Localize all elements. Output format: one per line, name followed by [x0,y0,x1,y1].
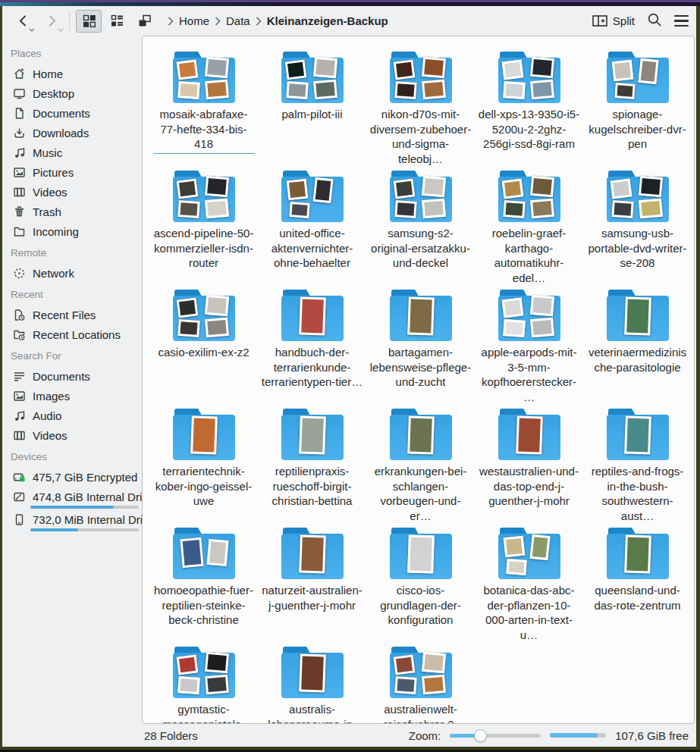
tree-view-button[interactable] [132,10,158,33]
folder-preview-icon [606,171,670,222]
image-icon [13,390,26,403]
folder-item[interactable]: apple-earpods-mit-3-5-mm-kopfhoerersteck… [475,285,583,404]
photo-thumbnail [394,200,416,218]
zoom-slider-handle[interactable] [474,729,487,742]
folder-item[interactable]: cisco-ios-grundlagen-der-konfiguration [366,523,475,642]
photo-thumbnail [407,296,435,335]
folder-name: spionage-kugelschreiber-dvr-pen [587,107,689,152]
folder-item[interactable]: reptilienpraxis-rueschoff-birgit-christi… [258,404,366,523]
folder-item[interactable]: botanica-das-abc-der-pflanzen-10-000-art… [475,523,583,642]
folder-item[interactable]: terrarientechnik-kober-ingo-geissel-uwe [149,404,258,523]
sidebar-item-documents[interactable]: Documents [2,103,142,123]
photo-thumbnail [506,559,526,575]
folder-item[interactable]: bartagamen-lebensweise-pflege-und-zucht [366,285,475,404]
folder-item[interactable]: dell-xps-13-9350-i5-5200u-2-2ghz-256gi-s… [475,47,583,166]
back-dropdown-caret[interactable] [29,28,35,32]
folder-preview-icon [389,171,453,222]
folder-item[interactable]: homoeopathie-fuer-reptilien-steinke-beck… [149,523,258,642]
photo-thumbnail [614,83,635,99]
split-button[interactable]: Split [592,14,635,27]
details-view-button[interactable] [104,10,130,33]
folder-preview-icon [281,647,344,698]
breadcrumb-current-folder[interactable]: Kleinanzeigen-Backup [267,14,388,27]
folder-item[interactable]: ascend-pipeline-50-kommerzieller-isdn-ro… [149,166,258,285]
hamburger-menu-button[interactable] [674,15,689,27]
sidebar-item-music[interactable]: Music [2,143,142,162]
folder-item[interactable]: naturzeit-australien-j-guenther-j-mohr [258,523,366,642]
folder-item[interactable]: united-office-aktenvernichter-ohne-behae… [258,166,366,285]
photo-thumbnail [176,655,198,675]
sidebar-item-videos[interactable]: Videos [2,425,142,445]
sidebar-item-videos[interactable]: Videos [2,182,142,202]
photo-thumbnail [313,80,337,100]
folder-item[interactable]: reptiles-and-frogs-in-the-bush-southwest… [583,404,692,523]
free-space: 107,6 GiB free [615,729,689,742]
sidebar-item-audio[interactable]: Audio [2,406,142,425]
sidebar-item-desktop[interactable]: Desktop [2,83,142,103]
folder-item[interactable]: erkrankungen-bei-schlangen-vorbeugen-und… [366,404,475,523]
folder-item[interactable]: mosaik-abrafaxe-77-hefte-334-bis-418 [149,47,258,166]
folder-item[interactable]: australienwelt-reisefuehrer-3-buecher-de… [366,642,475,724]
back-button[interactable] [13,11,33,31]
sidebar-item-trash[interactable]: Trash [2,202,142,221]
folder-item[interactable]: samsung-usb-portable-dvd-writer-se-208 [583,166,692,285]
sidebar-item-downloads[interactable]: Downloads [2,123,142,143]
photo-thumbnail [299,534,326,573]
folder-preview-icon [606,409,670,460]
sidebar-item-label: Network [33,267,74,280]
sidebar-item-pictures[interactable]: Pictures [2,162,142,182]
photo-thumbnail [394,676,416,694]
icons-view-button[interactable] [76,10,102,33]
sidebar-item-incoming[interactable]: Incoming [2,221,142,241]
search-button[interactable] [647,12,662,30]
forward-button[interactable] [42,11,61,31]
photo-thumbnail [312,177,333,203]
sidebar-item-recent-locations[interactable]: Recent Locations [2,324,142,344]
folder-preview-icon [498,528,561,579]
folder-name: samsung-s2-original-ersatzakku-und-decke… [370,226,472,271]
zoom-slider[interactable] [450,729,541,741]
folder-preview-icon [172,52,236,103]
phone-icon [13,513,26,526]
folder-item[interactable]: westaustralien-und-das-top-end-j-guenthe… [475,404,583,523]
folder-item[interactable]: queensland-und-das-rote-zentrum [583,523,692,642]
photo-thumbnail [393,655,415,675]
sidebar-item-documents[interactable]: Documents [2,366,142,386]
folder-name: samsung-usb-portable-dvd-writer-se-208 [587,226,689,271]
film-icon [13,429,26,442]
photo-thumbnail [312,57,337,79]
home-icon [13,67,26,80]
photo-thumbnail [501,298,523,318]
folder-item[interactable]: nikon-d70s-mit-diversem-zubehoer-und-sig… [366,47,475,166]
breadcrumb-home[interactable]: Home [179,14,209,27]
breadcrumb-data[interactable]: Data [226,14,250,27]
photo-thumbnail [611,200,633,218]
photo-thumbnail [529,176,554,198]
sidebar-item-images[interactable]: Images [2,386,142,406]
sidebar-item-recent-files[interactable]: Recent Files [2,305,142,324]
folder-item[interactable]: palm-pilot-iii [258,47,366,166]
sidebar-item-home[interactable]: Home [2,64,142,83]
folder-item[interactable]: australis-lebensraeume-in-australien [258,642,366,724]
sidebar-item-732-0-mib-internal-dri[interactable]: 732,0 MiB Internal Dri… [2,509,142,532]
photo-thumbnail [503,81,525,99]
folder-preview-icon [281,52,344,103]
photo-thumbnail [503,319,525,337]
sidebar-item-474-8-gib-internal-dri[interactable]: 474,8 GiB Internal Dri… [2,487,142,509]
folder-item[interactable]: gymtastic-massagepistole-mit-akku [149,642,258,724]
folder-item[interactable]: casio-exilim-ex-z2 [149,285,258,404]
folder-item[interactable]: spionage-kugelschreiber-dvr-pen [583,47,692,166]
sidebar-item-network[interactable]: Network [2,263,142,283]
photo-thumbnail [393,179,415,199]
folder-name: homoeopathie-fuer-reptilien-steinke-beck… [153,583,255,628]
folder-item[interactable]: roebelin-graef-karthago-automatikuhr-ede… [475,166,583,285]
folder-preview-icon [498,171,561,222]
desktop-frame: Home Data Kleinanzeigen-Backup Split [0,0,700,752]
folder-item[interactable]: samsung-s2-original-ersatzakku-und-decke… [366,166,475,285]
forward-dropdown-caret[interactable] [58,28,64,32]
sidebar-item-475-7-gib-encrypted[interactable]: 475,7 GiB Encrypted … [2,467,142,487]
folder-item[interactable]: handbuch-der-terrarienkunde-terrarientyp… [258,285,366,404]
folder-name: naturzeit-australien-j-guenther-j-mohr [262,583,363,613]
sidebar-item-label: Videos [33,429,67,442]
folder-item[interactable]: veterinaermedizinische-parasitologie [583,285,692,404]
